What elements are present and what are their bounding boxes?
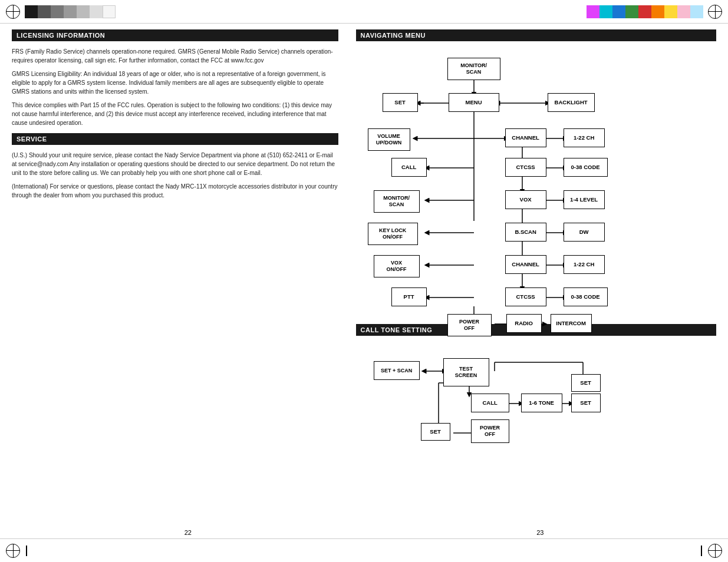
- licensing-text: FRS (Family Radio Service) channels oper…: [12, 47, 338, 127]
- box-ptt: PTT: [391, 287, 427, 306]
- page-numbers: 22 23: [0, 527, 728, 538]
- licensing-p2: GMRS Licensing Eligibility: An individua…: [12, 70, 338, 96]
- box-intercom: INTERCOM: [551, 314, 592, 333]
- left-half: LICENSING INFORMATION FRS (Family Radio …: [12, 29, 350, 521]
- main-content: LICENSING INFORMATION FRS (Family Radio …: [0, 24, 728, 527]
- box-set-bottom: SET: [421, 423, 450, 441]
- service-text: (U.S.) Should your unit require service,…: [12, 151, 338, 200]
- service-p2: (International) For service or questions…: [12, 182, 338, 200]
- bottom-bar: [0, 538, 728, 562]
- page-number-right: 23: [364, 529, 717, 536]
- licensing-p1: FRS (Family Radio Service) channels oper…: [12, 47, 338, 65]
- box-monitor-scan-left: MONITOR/SCAN: [374, 190, 420, 213]
- box-set-scan: SET + SCAN: [374, 361, 420, 380]
- box-vox-onoff: VOXON/OFF: [374, 255, 420, 277]
- crosshair-bottom-left: [6, 544, 20, 558]
- box-power-off-tone: POWEROFF: [471, 419, 509, 443]
- top-bar: [0, 0, 728, 24]
- box-ctcss1: CTCSS: [505, 158, 546, 177]
- box-volume: VOLUMEUP/DOWN: [368, 128, 410, 151]
- box-ctcss2: CTCSS: [505, 287, 546, 306]
- service-header: SERVICE: [12, 133, 338, 145]
- box-code1: 0-38 CODE: [564, 158, 608, 177]
- tone-diagram: SET + SCAN TESTSCREEN SET CALL 1-6 TONE …: [356, 342, 716, 459]
- box-ch-1-22: 1-22 CH: [564, 128, 605, 147]
- box-set-left: SET: [383, 93, 418, 112]
- color-bar-left: [25, 5, 116, 18]
- box-set-right: SET: [571, 394, 601, 412]
- box-radio: RADIO: [506, 314, 542, 333]
- box-set-top-right: SET: [571, 374, 601, 392]
- box-menu: MENU: [449, 93, 499, 112]
- box-dw: DW: [564, 223, 605, 242]
- box-keylock: KEY LOCKON/OFF: [368, 223, 418, 245]
- service-p1: (U.S.) Should your unit require service,…: [12, 151, 338, 177]
- right-half: NAVIGATING MENU: [350, 29, 716, 521]
- licensing-header: LICENSING INFORMATION: [12, 29, 338, 41]
- box-power-off: POWEROFF: [447, 314, 492, 336]
- page-number-left: 22: [12, 529, 364, 536]
- licensing-p3: This device complies with Part 15 of the…: [12, 101, 338, 127]
- box-call: CALL: [391, 158, 427, 177]
- box-channel1: CHANNEL: [505, 128, 546, 147]
- crosshair-right: [708, 5, 722, 19]
- nav-diagram: MONITOR/SCAN MENU SET BACKLIGHT VOLUMEUP…: [356, 47, 716, 324]
- nav-menu-header: NAVIGATING MENU: [356, 29, 716, 41]
- box-ch-1-22-2: 1-22 CH: [564, 255, 605, 274]
- crosshair-left: [6, 5, 20, 19]
- box-test-screen: TESTSCREEN: [443, 358, 489, 386]
- box-bscan: B.SCAN: [505, 223, 546, 242]
- crosshair-bottom-right: [708, 544, 722, 558]
- box-code2: 0-38 CODE: [564, 287, 608, 306]
- color-bar-right: [587, 5, 703, 18]
- box-monitor-scan-top: MONITOR/SCAN: [447, 58, 500, 80]
- box-backlight: BACKLIGHT: [548, 93, 595, 112]
- box-level: 1-4 LEVEL: [564, 190, 605, 209]
- nav-diagram-svg: [356, 47, 716, 324]
- box-tone: 1-6 TONE: [521, 394, 562, 412]
- box-channel2: CHANNEL: [505, 255, 546, 274]
- box-call-tone: CALL: [471, 394, 509, 412]
- box-vox: VOX: [505, 190, 546, 209]
